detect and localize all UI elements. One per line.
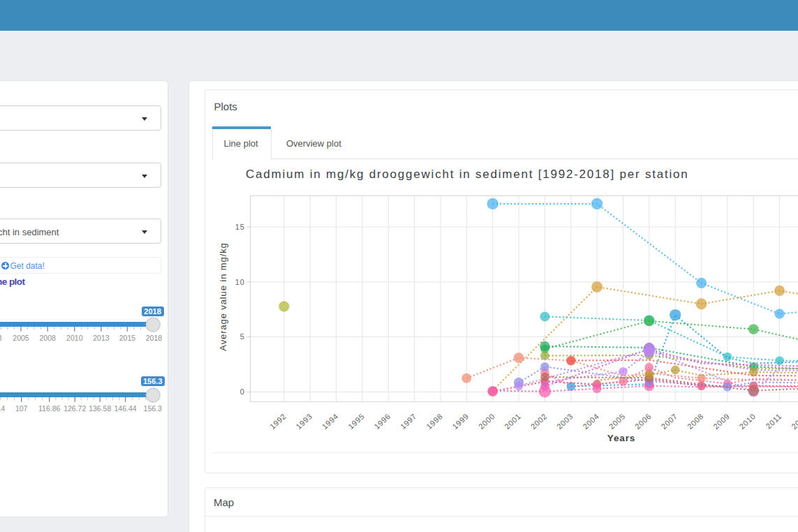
- svg-text:Cadmium in mg/kg drooggewicht: Cadmium in mg/kg drooggewicht in sedimen…: [246, 168, 688, 181]
- svg-text:1992: 1992: [268, 412, 288, 431]
- svg-text:15: 15: [235, 223, 245, 231]
- svg-text:97.14: 97.14: [0, 404, 5, 413]
- svg-text:2008: 2008: [40, 334, 57, 342]
- svg-text:2005: 2005: [13, 334, 29, 342]
- svg-text:1993: 1993: [294, 412, 313, 431]
- svg-text:2005: 2005: [607, 412, 627, 431]
- svg-text:146.44: 146.44: [114, 404, 137, 413]
- svg-text:2010: 2010: [66, 334, 83, 342]
- svg-text:0: 0: [240, 387, 245, 396]
- svg-text:2008: 2008: [686, 412, 705, 431]
- svg-text:2002: 2002: [529, 412, 549, 431]
- svg-text:2018: 2018: [146, 334, 163, 342]
- svg-text:2003: 2003: [0, 334, 2, 342]
- svg-text:2015: 2015: [119, 334, 136, 342]
- svg-text:2012: 2012: [790, 412, 798, 431]
- svg-text:2011: 2011: [764, 412, 783, 431]
- svg-text:2007: 2007: [659, 412, 679, 431]
- svg-text:1995: 1995: [346, 412, 366, 431]
- svg-text:1998: 1998: [424, 412, 444, 431]
- svg-text:2013: 2013: [93, 334, 110, 342]
- svg-text:156.3: 156.3: [144, 404, 162, 413]
- svg-text:2001: 2001: [503, 412, 522, 431]
- svg-text:126.72: 126.72: [64, 404, 86, 413]
- svg-text:2009: 2009: [711, 412, 731, 431]
- svg-text:1994: 1994: [320, 412, 340, 431]
- svg-text:2004: 2004: [581, 412, 600, 431]
- svg-text:136.58: 136.58: [89, 404, 111, 413]
- svg-text:116.86: 116.86: [38, 404, 60, 413]
- svg-text:1997: 1997: [399, 412, 418, 431]
- svg-text:5: 5: [240, 332, 245, 341]
- svg-text:2003: 2003: [555, 412, 575, 431]
- svg-text:2010: 2010: [738, 412, 758, 431]
- svg-text:2006: 2006: [633, 412, 653, 431]
- svg-text:2000: 2000: [477, 412, 496, 431]
- svg-text:10: 10: [235, 278, 245, 286]
- svg-text:107: 107: [15, 404, 28, 413]
- svg-text:1996: 1996: [372, 412, 392, 431]
- svg-text:Average value in mg/kg: Average value in mg/kg: [218, 242, 228, 350]
- svg-text:1999: 1999: [451, 412, 471, 431]
- svg-text:Years: Years: [607, 433, 636, 443]
